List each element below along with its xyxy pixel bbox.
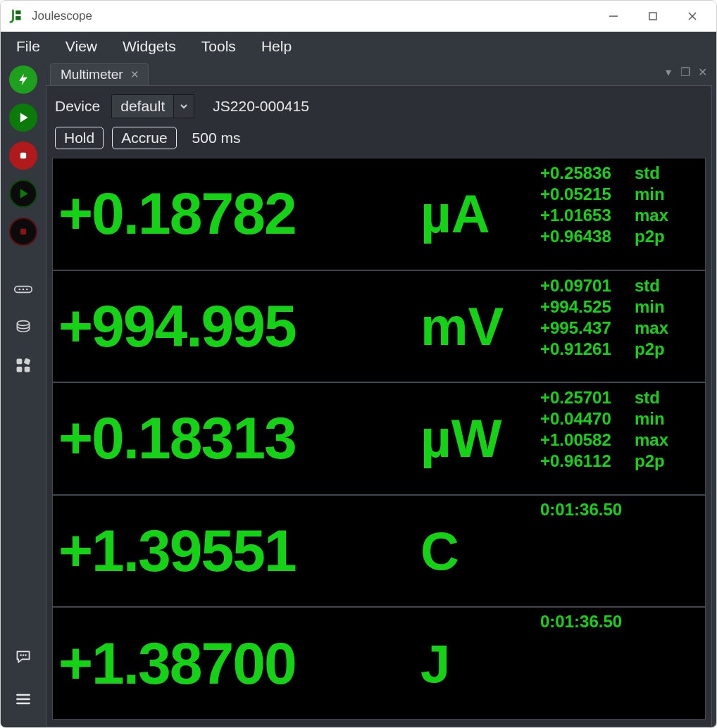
widgets-icon[interactable] [9,351,37,379]
stat-key: p2p [635,339,670,360]
stat-row: +0.09701std [540,275,699,296]
fuse-icon[interactable] [9,275,37,303]
stat-key: p2p [635,226,670,247]
dock-popout-icon[interactable]: ❐ [680,65,691,79]
stat-key: min [635,184,670,205]
reading-stats: +0.09701std+994.525min+995.437max+0.9126… [540,271,702,360]
stat-value: +994.525 [540,296,625,318]
stat-value: +0.09701 [540,275,625,296]
reading-unit: µA [420,183,540,244]
app-window: Joulescope File View Widgets Tools Help [0,0,717,728]
play-button[interactable] [9,103,37,132]
record-button[interactable] [9,142,37,170]
stat-key: max [635,205,670,226]
stat-row: +0.96112p2p [540,451,699,472]
dock-controls: ▾ ❐ ✕ [663,65,708,79]
dock-menu-icon[interactable]: ▾ [663,65,674,79]
stat-key: std [635,163,670,184]
main-area: Multimeter ✕ ▾ ❐ ✕ Device default [46,61,716,727]
power-button[interactable] [9,65,37,94]
stat-value: +0.96112 [540,451,625,472]
reading-unit: J [420,633,540,694]
memory-icon[interactable] [9,313,37,341]
titlebar: Joulescope [1,1,716,32]
reading-value: +0.18782 [58,180,420,248]
window-title: Joulescope [32,9,92,23]
accrue-button[interactable]: Accrue [112,127,176,149]
svg-rect-15 [25,367,30,372]
svg-rect-12 [17,359,23,365]
menu-widgets[interactable]: Widgets [123,38,176,55]
sidebar [1,61,46,727]
stat-value: +0.04470 [540,408,625,429]
stat-key: max [635,429,670,451]
svg-point-10 [26,289,28,291]
reading-elapsed: 0:01:36.50 [540,608,702,632]
stat-row: +0.25836std [540,163,699,184]
stat-key: min [635,408,670,429]
stat-record-button[interactable] [9,218,37,246]
stat-row: +1.01653max [540,205,699,226]
svg-rect-2 [649,13,656,20]
device-label: Device [55,98,100,115]
multimeter-panel: Device default JS220-000415 Hold Accrue … [46,86,712,727]
reading-unit: µW [420,408,540,469]
reading-stats: +0.25836std+0.05215min+1.01653max+0.9643… [540,158,702,247]
reading-stats: +0.25701std+0.04470min+1.00582max+0.9611… [540,383,702,472]
stat-row: +0.05215min [540,184,699,205]
reading-elapsed: 0:01:36.50 [540,496,702,520]
svg-rect-6 [20,229,26,234]
stat-key: p2p [635,451,670,472]
app-logo-icon [9,8,25,24]
stat-value: +1.00582 [540,429,625,451]
reading-unit: mV [420,296,540,357]
svg-point-9 [23,289,25,291]
stat-value: +0.25701 [540,387,625,408]
dock-close-icon[interactable]: ✕ [697,65,708,79]
hold-button[interactable]: Hold [55,127,104,149]
reading-value: +1.38700 [58,629,420,698]
reading-row: +1.38700J0:01:36.50 [53,608,705,719]
svg-point-16 [20,654,21,655]
stat-key: std [635,275,670,296]
device-select[interactable]: default [111,94,194,118]
app-body: File View Widgets Tools Help [1,32,716,727]
stat-play-button[interactable] [9,180,37,208]
sample-interval: 500 ms [192,130,241,146]
tab-label: Multimeter [61,67,123,82]
tab-multimeter[interactable]: Multimeter ✕ [50,63,149,85]
svg-point-17 [23,654,24,655]
window-close-button[interactable] [673,1,712,32]
svg-point-8 [18,289,20,291]
reading-row: +0.18782µA+0.25836std+0.05215min+1.01653… [53,158,705,271]
stat-row: +0.25701std [540,387,699,408]
svg-rect-5 [20,153,26,158]
tab-close-icon[interactable]: ✕ [130,68,139,81]
stat-row: +994.525min [540,296,699,318]
menu-tools[interactable]: Tools [201,38,236,55]
stat-row: +1.00582max [540,429,699,451]
svg-rect-14 [17,367,23,372]
stat-key: std [635,387,670,408]
stat-value: +995.437 [540,318,625,339]
menubar: File View Widgets Tools Help [1,32,716,61]
reading-value: +994.995 [58,292,420,360]
menu-view[interactable]: View [66,38,97,55]
chat-icon[interactable] [9,643,37,671]
stat-key: min [635,296,670,318]
svg-point-11 [17,321,29,326]
stat-row: +0.96438p2p [540,226,699,247]
stat-value: +0.25836 [540,163,625,184]
stat-row: +0.04470min [540,408,699,429]
stat-value: +0.91261 [540,339,625,360]
window-maximize-button[interactable] [633,1,673,32]
reading-unit: C [420,520,540,582]
options-row: Hold Accrue 500 ms [46,123,711,153]
menu-help[interactable]: Help [261,38,292,55]
reading-row: +1.39551C0:01:36.50 [53,496,705,608]
window-minimize-button[interactable] [594,1,633,32]
menu-file[interactable]: File [16,38,40,55]
device-row: Device default JS220-000415 [46,90,711,123]
hamburger-icon[interactable] [9,685,37,713]
stat-value: +1.01653 [540,205,625,226]
